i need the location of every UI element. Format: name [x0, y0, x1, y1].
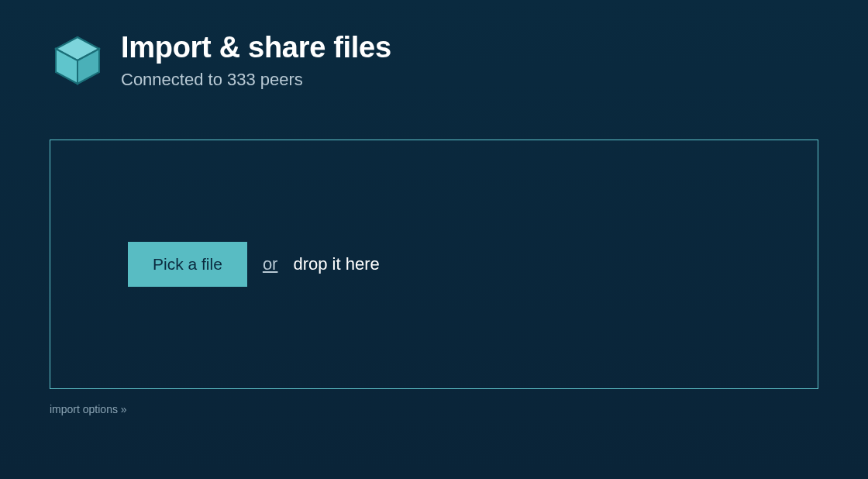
pick-file-button[interactable]: Pick a file	[128, 242, 247, 287]
import-options-link[interactable]: import options »	[50, 403, 127, 415]
page-header: Import & share files Connected to 333 pe…	[50, 29, 818, 90]
page-title: Import & share files	[121, 29, 391, 67]
file-dropzone[interactable]: Pick a file or drop it here	[50, 140, 818, 389]
or-separator: or	[263, 254, 278, 274]
cube-icon	[50, 33, 105, 88]
drop-hint-text: drop it here	[293, 254, 379, 274]
connection-status: Connected to 333 peers	[121, 70, 391, 90]
